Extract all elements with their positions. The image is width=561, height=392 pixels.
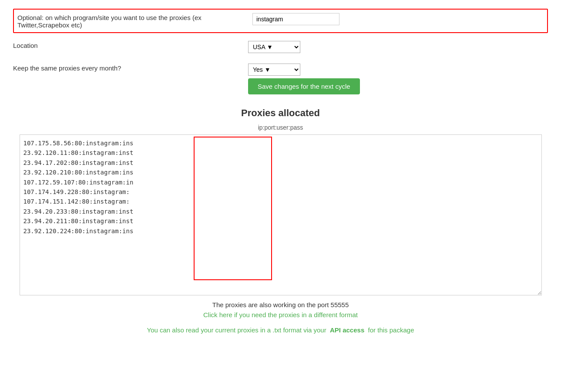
proxy-format-label: ip:port:user:pass bbox=[13, 124, 548, 131]
api-notice-suffix: for this package bbox=[368, 326, 414, 334]
location-select[interactable]: USA ▼ UK Canada Germany bbox=[248, 41, 300, 53]
optional-control bbox=[252, 13, 544, 25]
keep-same-label: Keep the same proxies every month? bbox=[13, 64, 248, 72]
optional-input[interactable] bbox=[252, 13, 339, 25]
optional-row: Optional: on which program/site you want… bbox=[13, 9, 548, 33]
location-control: USA ▼ UK Canada Germany bbox=[248, 41, 548, 53]
api-notice: You can also read your current proxies i… bbox=[13, 326, 548, 334]
proxy-textarea[interactable]: 107.175.58.56:80:instagram:ins 23.92.120… bbox=[20, 134, 542, 295]
proxy-textarea-wrapper: 107.175.58.56:80:instagram:ins 23.92.120… bbox=[20, 134, 542, 297]
proxies-title: Proxies allocated bbox=[13, 107, 548, 119]
format-link[interactable]: Click here if you need the proxies in a … bbox=[203, 311, 358, 318]
keep-same-row: Keep the same proxies every month? Yes ▼… bbox=[13, 61, 548, 97]
api-notice-text: You can also read your current proxies i… bbox=[147, 326, 326, 334]
api-access-link[interactable]: API access bbox=[330, 326, 364, 334]
optional-label: Optional: on which program/site you want… bbox=[17, 13, 252, 29]
location-label: Location bbox=[13, 41, 248, 49]
save-button[interactable]: Save changes for the next cycle bbox=[248, 78, 360, 94]
location-row: Location USA ▼ UK Canada Germany bbox=[13, 38, 548, 56]
keep-same-control: Yes ▼ No Save changes for the next cycle bbox=[248, 64, 548, 94]
format-link-wrapper: Click here if you need the proxies in a … bbox=[13, 311, 548, 318]
port-notice: The proxies are also working on the port… bbox=[13, 301, 548, 308]
keep-same-select[interactable]: Yes ▼ No bbox=[248, 64, 300, 76]
